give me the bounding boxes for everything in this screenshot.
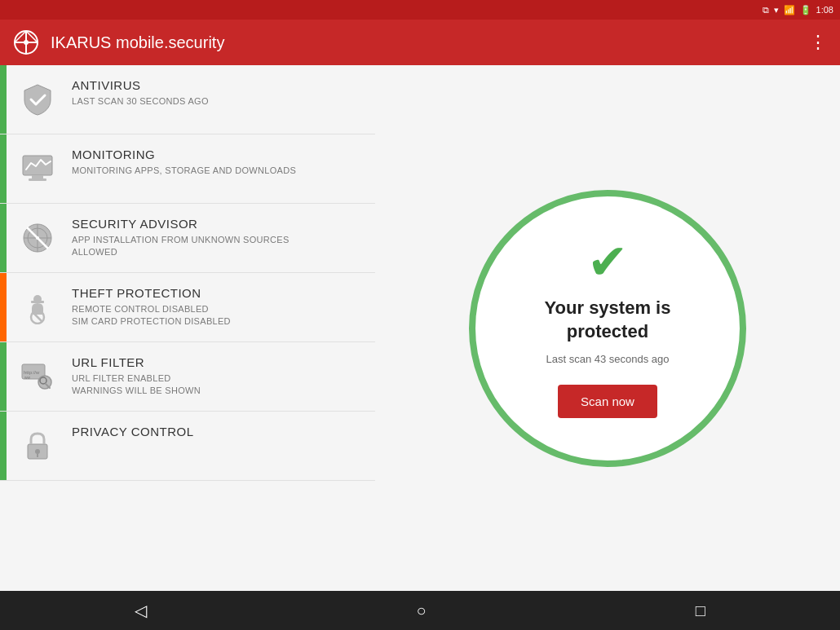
status-bar: ⧉ ▾ 📶 🔋 1:08 [0, 0, 840, 20]
svg-rect-16 [31, 301, 44, 303]
svg-text:ww: ww [24, 375, 31, 380]
scan-now-button[interactable]: Scan now [558, 385, 657, 418]
monitoring-subtitle: MONITORING APPS, STORAGE AND DOWNLOADS [72, 165, 296, 177]
security-advisor-title: SECURITY ADVISOR [72, 217, 290, 231]
privacy-control-indicator [0, 412, 7, 480]
copy-icon: ⧉ [763, 5, 769, 15]
monitoring-indicator [0, 134, 7, 203]
svg-rect-7 [32, 175, 43, 178]
sidebar-item-privacy-control[interactable]: PRIVACY CONTROL [0, 412, 375, 481]
antivirus-subtitle: LAST SCAN 30 SECONDS AGO [72, 95, 209, 108]
time-display: 1:08 [816, 5, 833, 15]
app-bar: IKARUS mobile.security ⋮ [0, 20, 840, 65]
sidebar-item-security-advisor[interactable]: SECURITY ADVISOR APP INSTALLATION FROM U… [0, 204, 375, 273]
right-panel: ✔ Your system isprotected Last scan 43 s… [375, 65, 840, 591]
app-bar-left: IKARUS mobile.security [13, 29, 224, 55]
bottom-nav: ◁ ○ □ [0, 591, 840, 630]
svg-point-14 [36, 236, 39, 240]
svg-point-3 [24, 40, 29, 45]
sidebar-item-theft-protection[interactable]: THEFT PROTECTION REMOTE CONTROL DISABLED… [0, 273, 375, 342]
privacy-control-title: PRIVACY CONTROL [72, 425, 193, 438]
checkmark-icon: ✔ [587, 238, 628, 287]
svg-rect-6 [23, 156, 52, 175]
theft-protection-icon [16, 286, 59, 328]
last-scan-label: Last scan 43 seconds ago [546, 353, 669, 365]
url-filter-icon: http://w ww [16, 355, 59, 398]
overflow-menu-icon[interactable]: ⋮ [809, 32, 827, 53]
battery-icon: 🔋 [800, 5, 811, 15]
home-button[interactable]: ○ [416, 601, 426, 620]
monitoring-title: MONITORING [72, 148, 296, 161]
main-content: ANTIVIRUS LAST SCAN 30 SECONDS AGO [0, 65, 840, 591]
sidebar: ANTIVIRUS LAST SCAN 30 SECONDS AGO [0, 65, 375, 591]
protection-circle: ✔ Your system isprotected Last scan 43 s… [469, 190, 746, 467]
monitoring-icon [16, 148, 59, 190]
back-button[interactable]: ◁ [135, 601, 147, 620]
security-advisor-icon [16, 217, 59, 259]
svg-point-26 [35, 449, 40, 454]
url-filter-indicator [0, 342, 7, 411]
antivirus-icon [16, 78, 59, 121]
url-filter-subtitle: URL FILTER ENABLEDWARNINGS WILL BE SHOWN [72, 372, 201, 398]
recents-button[interactable]: □ [696, 601, 705, 620]
app-logo-icon [13, 29, 39, 55]
url-filter-title: URL FILTER [72, 355, 201, 369]
theft-protection-subtitle: REMOTE CONTROL DISABLEDSIM CARD PROTECTI… [72, 303, 231, 328]
antivirus-title: ANTIVIRUS [72, 78, 209, 92]
sidebar-item-monitoring[interactable]: MONITORING MONITORING APPS, STORAGE AND … [0, 134, 375, 204]
wifi-icon: ▾ [774, 5, 779, 15]
theft-protection-indicator [0, 273, 7, 341]
app-title: IKARUS mobile.security [51, 33, 224, 52]
svg-rect-8 [29, 178, 46, 181]
signal-icon: 📶 [784, 5, 795, 15]
security-advisor-subtitle: APP INSTALLATION FROM UNKNOWN SOURCESALL… [72, 234, 290, 259]
protection-status-title: Your system isprotected [545, 297, 671, 343]
security-advisor-indicator [0, 204, 7, 272]
sidebar-item-antivirus[interactable]: ANTIVIRUS LAST SCAN 30 SECONDS AGO [0, 65, 375, 134]
theft-protection-title: THEFT PROTECTION [72, 286, 231, 300]
antivirus-indicator [0, 65, 7, 134]
privacy-control-icon [16, 425, 59, 467]
sidebar-item-url-filter[interactable]: http://w ww URL FILTER URL FILTER ENABLE… [0, 342, 375, 412]
